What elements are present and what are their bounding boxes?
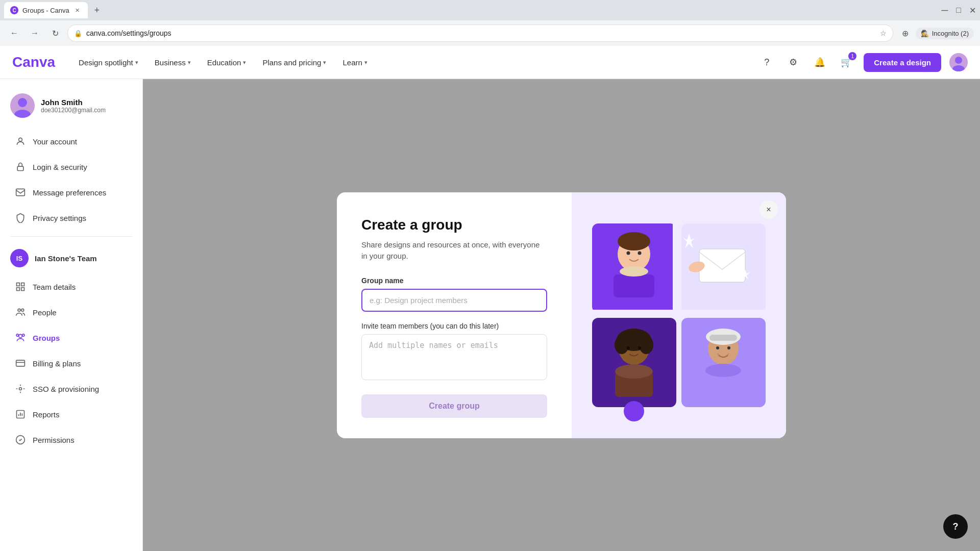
- tab-title: Groups - Canva: [22, 7, 69, 14]
- team-avatar: IS: [10, 249, 29, 267]
- sidebar-item-permissions[interactable]: Permissions: [4, 428, 138, 452]
- browser-titlebar: C Groups - Canva ✕ + ─ □ ✕: [0, 0, 980, 20]
- nav-education[interactable]: Education ▾: [200, 54, 254, 71]
- sidebar-item-reports[interactable]: Reports: [4, 402, 138, 427]
- group-name-input[interactable]: [361, 289, 547, 312]
- group-illustration: [582, 208, 776, 428]
- sidebar-user: John Smith doe301200@gmail.com: [0, 89, 142, 128]
- create-group-button[interactable]: Create group: [361, 394, 547, 418]
- billing-icon: [14, 357, 27, 369]
- top-nav: Canva Design spotlight ▾ Business ▾ Educ…: [0, 46, 980, 79]
- sidebar-item-label: Login & security: [33, 163, 87, 171]
- sidebar-item-groups[interactable]: Groups: [4, 325, 138, 350]
- help-icon-button[interactable]: ?: [757, 53, 776, 71]
- sidebar-divider: [10, 236, 132, 237]
- back-button[interactable]: ←: [6, 25, 22, 41]
- incognito-badge[interactable]: 🕵 Incognito (2): [916, 28, 974, 39]
- nav-items: Design spotlight ▾ Business ▾ Education …: [71, 54, 757, 71]
- refresh-button[interactable]: ↻: [47, 25, 63, 41]
- window-controls: ─ □ ✕: [942, 5, 976, 16]
- message-icon: [14, 186, 27, 198]
- team-name: Ian Stone's Team: [35, 254, 97, 263]
- sidebar-item-people[interactable]: People: [4, 300, 138, 324]
- maximize-button[interactable]: □: [956, 6, 961, 15]
- sidebar-item-privacy-settings[interactable]: Privacy settings: [4, 206, 138, 230]
- logo-text: Canva: [12, 54, 55, 70]
- sidebar-item-sso-provisioning[interactable]: SSO & provisioning: [4, 377, 138, 401]
- svg-point-46: [638, 346, 641, 349]
- nav-business[interactable]: Business ▾: [148, 54, 198, 71]
- nav-learn[interactable]: Learn ▾: [335, 54, 374, 71]
- browser-tab[interactable]: C Groups - Canva ✕: [4, 2, 88, 18]
- tab-close-button[interactable]: ✕: [74, 6, 82, 14]
- address-bar[interactable]: 🔒 canva.com/settings/groups ☆: [67, 24, 893, 42]
- svg-point-45: [627, 346, 630, 349]
- user-avatar[interactable]: [949, 53, 968, 71]
- help-button[interactable]: ?: [943, 514, 968, 539]
- forward-button[interactable]: →: [27, 25, 43, 41]
- chevron-down-icon: ▾: [323, 59, 326, 66]
- cart-icon-button[interactable]: 🛒 1: [837, 53, 855, 71]
- close-window-button[interactable]: ✕: [969, 6, 976, 15]
- modal-close-button[interactable]: ×: [760, 201, 778, 219]
- shield-icon: [14, 212, 27, 224]
- main-content: John Smith doe301200@gmail.com Your acco…: [0, 79, 980, 551]
- svg-point-16: [22, 334, 24, 336]
- svg-point-41: [615, 336, 629, 354]
- nav-design-spotlight[interactable]: Design spotlight ▾: [71, 54, 145, 71]
- sidebar-item-label: Your account: [33, 137, 77, 146]
- sidebar-item-label: Groups: [33, 334, 60, 342]
- group-name-label: Group name: [361, 277, 547, 285]
- sidebar-item-billing-plans[interactable]: Billing & plans: [4, 351, 138, 375]
- sidebar-item-your-account[interactable]: Your account: [4, 129, 138, 154]
- nav-plans-pricing[interactable]: Plans and pricing ▾: [255, 54, 333, 71]
- chevron-down-icon: ▾: [364, 59, 368, 66]
- sso-icon: [14, 383, 27, 395]
- browser-chrome: C Groups - Canva ✕ + ─ □ ✕ ← → ↻ 🔒 canva…: [0, 0, 980, 46]
- sidebar: John Smith doe301200@gmail.com Your acco…: [0, 79, 143, 551]
- help-icon: ?: [953, 521, 959, 532]
- sidebar-item-label: Team details: [33, 283, 76, 291]
- lock-icon: [14, 161, 27, 173]
- svg-point-4: [18, 98, 27, 107]
- minimize-button[interactable]: ─: [942, 5, 948, 16]
- sidebar-team: IS Ian Stone's Team: [0, 243, 142, 273]
- svg-rect-10: [21, 283, 24, 286]
- create-design-button[interactable]: Create a design: [864, 53, 941, 72]
- svg-rect-7: [17, 166, 23, 170]
- incognito-label: Incognito (2): [932, 30, 969, 37]
- group-icon: [14, 332, 27, 344]
- svg-rect-12: [21, 288, 24, 291]
- new-tab-button[interactable]: +: [90, 3, 104, 17]
- sidebar-user-info: John Smith doe301200@gmail.com: [41, 98, 132, 114]
- svg-point-53: [716, 346, 719, 349]
- sidebar-item-label: Privacy settings: [33, 214, 86, 222]
- chevron-down-icon: ▾: [243, 59, 246, 66]
- svg-point-36: [638, 251, 642, 255]
- incognito-icon: 🕵: [921, 30, 929, 37]
- sidebar-item-message-preferences[interactable]: Message preferences: [4, 180, 138, 205]
- svg-rect-18: [16, 360, 25, 366]
- page-area: × Create a group Share designs and resou…: [143, 79, 980, 551]
- sidebar-item-label: SSO & provisioning: [33, 385, 99, 393]
- modal-title: Create a group: [361, 217, 547, 233]
- extensions-button[interactable]: ⊕: [897, 25, 914, 41]
- settings-icon-button[interactable]: ⚙: [784, 53, 802, 71]
- svg-point-44: [615, 364, 653, 379]
- notifications-icon-button[interactable]: 🔔: [811, 53, 829, 71]
- reports-icon: [14, 408, 27, 420]
- sidebar-item-login-security[interactable]: Login & security: [4, 155, 138, 179]
- invite-members-textarea[interactable]: [361, 334, 547, 380]
- chevron-down-icon: ▾: [188, 59, 191, 66]
- modal-right-panel: [572, 192, 786, 438]
- svg-point-35: [627, 251, 630, 255]
- svg-point-6: [19, 138, 22, 141]
- modal-overlay[interactable]: × Create a group Share designs and resou…: [143, 79, 980, 551]
- svg-point-13: [18, 309, 20, 311]
- svg-point-42: [639, 336, 653, 354]
- sidebar-user-name: John Smith: [41, 98, 132, 107]
- toolbar-actions: ⊕ 🕵 Incognito (2): [897, 25, 974, 41]
- sidebar-item-team-details[interactable]: Team details: [4, 274, 138, 299]
- grid-icon: [14, 281, 27, 293]
- canva-logo[interactable]: Canva: [12, 54, 55, 70]
